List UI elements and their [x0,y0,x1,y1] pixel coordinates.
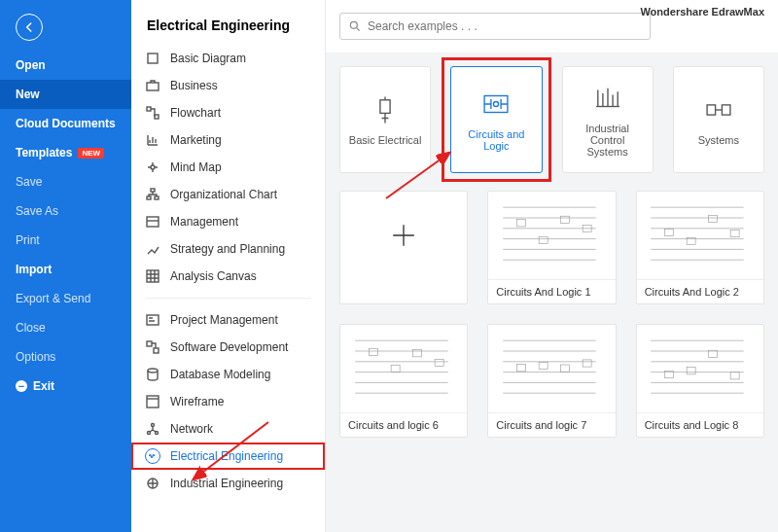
svg-rect-0 [148,53,158,63]
svg-rect-63 [539,362,548,369]
svg-rect-73 [687,368,695,374]
software-icon [145,339,160,355]
category-item-label: Business [170,79,218,92]
sidebar-item-label: Save [16,175,42,189]
category-item-wireframe[interactable]: Wireframe [131,388,325,415]
category-item-marketing[interactable]: Marketing [131,126,325,154]
template-circuits-and-logic-7[interactable]: Circuits and logic 7 [487,324,616,438]
svg-rect-33 [539,236,548,243]
template-circuits-and-logic-8[interactable]: Circuits and Logic 8 [636,324,764,438]
category-divider [145,298,311,299]
sidebar-item-options[interactable]: Options [0,342,131,372]
subcategory-tile-circuits-and-logic[interactable]: Circuits and Logic [450,66,542,173]
category-item-project-management[interactable]: Project Management [131,306,325,334]
subcategory-tile-systems[interactable]: Systems [673,66,764,173]
file-sidebar: OpenNewCloud DocumentsTemplatesNEWSaveSa… [0,0,131,532]
template-blank[interactable] [339,191,468,304]
sidebar-item-open[interactable]: Open [0,51,131,80]
category-item-business[interactable]: Business [131,72,325,99]
sidebar-item-close[interactable]: Close [0,313,131,342]
category-item-label: Industrial Engineering [170,477,283,490]
svg-point-13 [148,369,158,372]
category-item-label: Strategy and Planning [170,242,285,256]
mind-icon [145,160,160,175]
category-item-management[interactable]: Management [131,208,325,235]
template-label: Circuits And Logic 2 [637,279,763,303]
category-item-label: Management [170,215,238,229]
template-thumbnail [637,325,763,412]
category-item-industrial-engineering[interactable]: Industrial Engineering [131,470,325,497]
sidebar-item-cloud-documents[interactable]: Cloud Documents [0,109,131,138]
svg-rect-21 [380,100,390,114]
search-box[interactable] [339,13,651,40]
sidebar-item-new[interactable]: New [0,80,131,109]
square-icon [145,51,160,66]
brand-label: Wondershare EdrawMax [640,6,764,18]
sidebar-item-import[interactable]: Import [0,255,131,284]
sidebar-item-label: Save As [16,204,58,218]
sidebar-item-label: Options [16,350,55,364]
sidebar-item-exit[interactable]: −Exit [0,372,131,401]
category-item-mind-map[interactable]: Mind Map [131,154,325,181]
sidebar-item-save[interactable]: Save [0,167,131,196]
category-item-network[interactable]: Network [131,415,325,443]
sidebar-item-print[interactable]: Print [0,226,131,255]
category-item-organizational-chart[interactable]: Organizational Chart [131,181,325,208]
tile-label: Industrial Control Systems [563,123,653,158]
category-item-analysis-canvas[interactable]: Analysis Canvas [131,263,325,290]
tile-label: Circuits and Logic [451,128,541,152]
arrow-left-icon [22,20,36,34]
canvas-icon [145,268,160,284]
svg-rect-11 [147,341,152,346]
template-label: Circuits and logic 7 [488,412,615,437]
template-thumbnail [340,192,467,279]
org-icon [145,187,160,202]
template-label: Circuits And Logic 1 [488,279,615,303]
category-item-label: Marketing [170,133,222,147]
sidebar-item-label: Close [16,321,46,335]
sidebar-item-templates[interactable]: TemplatesNEW [0,138,131,167]
category-item-database-modeling[interactable]: Database Modeling [131,361,325,388]
sidebar-item-label: Cloud Documents [16,117,116,130]
svg-rect-24 [707,105,716,115]
category-item-label: Analysis Canvas [170,269,257,283]
subcategory-tile-industrial-control-systems[interactable]: Industrial Control Systems [562,66,654,173]
template-circuits-and-logic-2[interactable]: Circuits And Logic 2 [636,191,764,304]
exit-icon: − [16,380,27,392]
svg-rect-45 [730,231,739,237]
svg-rect-52 [369,348,377,355]
category-item-label: Project Management [170,313,278,327]
category-item-basic-diagram[interactable]: Basic Diagram [131,45,325,72]
template-thumbnail [488,192,615,279]
svg-rect-5 [151,189,155,192]
category-item-electrical-engineering[interactable]: Electrical Engineering [131,443,325,470]
template-label: Circuits and logic 6 [340,412,467,437]
back-button[interactable] [16,14,43,41]
sidebar-item-save-as[interactable]: Save As [0,196,131,226]
manage-icon [145,214,160,230]
subcategory-tile-basic-electrical[interactable]: Basic Electrical [339,66,431,173]
category-item-software-development[interactable]: Software Development [131,334,325,361]
category-item-label: Organizational Chart [170,188,277,201]
category-item-label: Flowchart [170,106,221,120]
search-input[interactable] [368,19,642,33]
template-thumbnail [340,325,467,412]
category-item-label: Electrical Engineering [170,449,283,463]
category-list: Electrical Engineering Basic DiagramBusi… [131,0,326,532]
content: Basic ElectricalCircuits and LogicIndust… [326,53,778,532]
svg-rect-25 [722,105,730,115]
category-item-flowchart[interactable]: Flowchart [131,99,325,126]
svg-point-19 [350,21,357,28]
svg-rect-44 [709,215,718,222]
svg-point-17 [152,424,155,427]
category-item-label: Software Development [170,340,288,354]
svg-rect-42 [665,229,674,235]
category-item-strategy-and-planning[interactable]: Strategy and Planning [131,235,325,263]
new-badge: NEW [78,148,104,159]
main-area: Wondershare EdrawMax Basic ElectricalCir… [326,0,778,532]
sidebar-item-export-send[interactable]: Export & Send [0,284,131,313]
template-circuits-and-logic-1[interactable]: Circuits And Logic 1 [487,191,616,304]
template-circuits-and-logic-6[interactable]: Circuits and logic 6 [339,324,468,438]
tile-label: Basic Electrical [343,134,428,146]
tile-label: Systems [692,134,745,146]
